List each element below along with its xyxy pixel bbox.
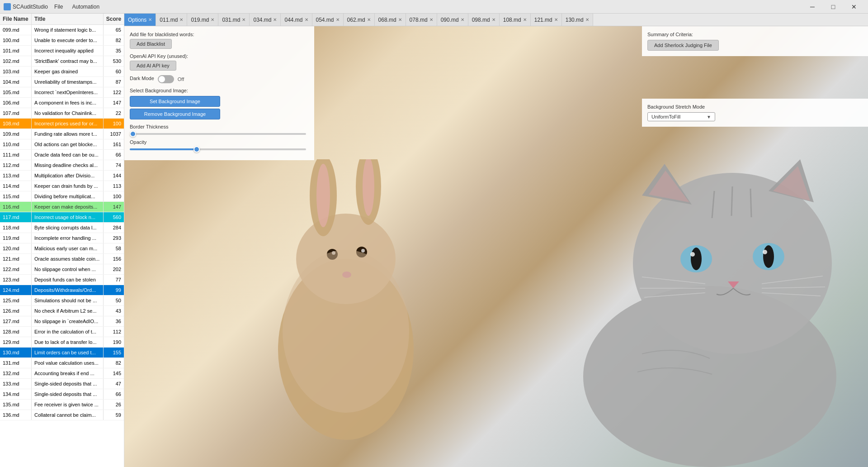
file-row[interactable]: 115.mdDividing before multiplicat...100 <box>0 191 124 202</box>
file-title-cell: Accounting breaks if end ... <box>32 368 104 378</box>
tab-011[interactable]: 011.md✕ <box>156 14 187 26</box>
tab-label: 044.md <box>284 17 302 23</box>
tab-close-button[interactable]: ✕ <box>429 17 433 22</box>
tab-108[interactable]: 108.md✕ <box>500 14 531 26</box>
remove-background-button[interactable]: Remove Background Image <box>130 109 220 119</box>
tab-019[interactable]: 019.md✕ <box>187 14 218 26</box>
tab-close-button[interactable]: ✕ <box>179 17 183 22</box>
file-row[interactable]: 107.mdNo validation for Chainlink...22 <box>0 108 124 119</box>
header-score: Score <box>104 14 124 24</box>
maximize-button[interactable]: □ <box>823 0 844 14</box>
tab-031[interactable]: 031.md✕ <box>218 14 250 26</box>
file-row[interactable]: 136.mdCollateral cannot be claim...59 <box>0 410 124 420</box>
file-row[interactable]: 120.mdMalicious early user can m...58 <box>0 243 124 254</box>
file-row[interactable]: 118.mdByte slicing corrupts data l...284 <box>0 223 124 233</box>
opacity-slider-track[interactable] <box>130 148 306 150</box>
dark-mode-toggle[interactable] <box>158 75 174 83</box>
border-slider-thumb[interactable] <box>130 131 136 137</box>
set-background-button[interactable]: Set Background Image <box>130 96 220 107</box>
file-row[interactable]: 109.mdFunding rate allows more t...1037 <box>0 129 124 139</box>
opacity-slider-thumb[interactable] <box>193 146 200 152</box>
close-button[interactable]: ✕ <box>844 0 864 14</box>
file-title-cell: Incomplete error handling ... <box>32 233 104 243</box>
file-row[interactable]: 105.mdIncorrect `nextOpenInteres...122 <box>0 87 124 98</box>
file-score-cell: 113 <box>104 181 124 191</box>
svg-point-24 <box>763 245 774 268</box>
file-row[interactable]: 132.mdAccounting breaks if end ...145 <box>0 368 124 379</box>
tab-close-button[interactable]: ✕ <box>273 17 277 22</box>
file-score-cell: 43 <box>104 306 124 316</box>
border-slider-track[interactable] <box>130 133 306 135</box>
tab-close-button[interactable]: ✕ <box>148 17 152 22</box>
file-row[interactable]: 110.mdOld actions can get blocke...161 <box>0 139 124 150</box>
tab-close-button[interactable]: ✕ <box>398 17 402 22</box>
file-row[interactable]: 125.mdSimulations should not be ...50 <box>0 295 124 306</box>
add-blacklist-button[interactable]: Add Blacklist <box>130 39 172 49</box>
tab-close-button[interactable]: ✕ <box>211 17 214 22</box>
file-title-cell: Deposits/Withdrawals/Ord... <box>32 285 104 295</box>
add-ai-api-button[interactable]: Add AI API key <box>130 61 176 71</box>
menu-automation[interactable]: Automation <box>67 2 104 12</box>
tab-054[interactable]: 054.md✕ <box>312 14 344 26</box>
file-row[interactable]: 128.mdError in the calculation of t...11… <box>0 327 124 337</box>
file-row[interactable]: 134.mdSingle-sided deposits that ...66 <box>0 389 124 400</box>
file-row[interactable]: 122.mdNo slippage control when ...202 <box>0 264 124 275</box>
tab-close-button[interactable]: ✕ <box>305 17 308 22</box>
tab-130[interactable]: 130.md✕ <box>562 14 593 26</box>
summary-panel: Summary of Criteria: Add Sherlock Judgin… <box>642 26 868 56</box>
file-row[interactable]: 104.mdUnreliability of timestamps...87 <box>0 77 124 87</box>
tab-121[interactable]: 121.md✕ <box>531 14 562 26</box>
tab-044[interactable]: 044.md✕ <box>281 14 312 26</box>
file-row[interactable]: 124.mdDeposits/Withdrawals/Ord...99 <box>0 285 124 295</box>
file-row[interactable]: 129.mdDue to lack of a transfer lo...190 <box>0 337 124 348</box>
file-row[interactable]: 106.mdA component in fees is inc...147 <box>0 98 124 108</box>
minimize-button[interactable]: ─ <box>802 0 823 14</box>
menu-file[interactable]: File <box>50 2 67 12</box>
add-sherlock-button[interactable]: Add Sherlock Judging File <box>647 40 719 51</box>
tab-062[interactable]: 062.md✕ <box>344 14 375 26</box>
stretch-mode-select[interactable]: UniformToFill ▼ <box>647 112 715 121</box>
file-row[interactable]: 099.mdWrong if statement logic b...65 <box>0 25 124 35</box>
file-row[interactable]: 108.mdIncorrect prices used for or...100 <box>0 119 124 129</box>
file-row[interactable]: 130.mdLimit orders can be used t...155 <box>0 348 124 358</box>
tab-close-button[interactable]: ✕ <box>585 17 589 22</box>
tab-098[interactable]: 098.md✕ <box>468 14 500 26</box>
file-row[interactable]: 113.mdMultiplication after Divisio...144 <box>0 171 124 181</box>
file-row[interactable]: 135.mdFee receiver is given twice ...26 <box>0 400 124 410</box>
file-row[interactable]: 127.mdNo slippage in `createAdIO...36 <box>0 316 124 327</box>
file-list-body[interactable]: 099.mdWrong if statement logic b...65100… <box>0 25 124 467</box>
file-title-cell: No validation for Chainlink... <box>32 108 104 118</box>
tab-close-button[interactable]: ✕ <box>242 17 245 22</box>
file-row[interactable]: 123.mdDeposit funds can be stolen77 <box>0 275 124 285</box>
file-row[interactable]: 131.mdPool value calculation uses...82 <box>0 358 124 368</box>
tab-close-button[interactable]: ✕ <box>523 17 527 22</box>
tab-close-button[interactable]: ✕ <box>461 17 464 22</box>
tab-034[interactable]: 034.md✕ <box>250 14 281 26</box>
file-row[interactable]: 100.mdUnable to execute order to...82 <box>0 35 124 46</box>
file-row[interactable]: 116.mdKeeper can make deposits...147 <box>0 202 124 212</box>
file-row[interactable]: 103.mdKeeper gas drained60 <box>0 67 124 77</box>
tab-close-button[interactable]: ✕ <box>492 17 495 22</box>
tab-close-button[interactable]: ✕ <box>367 17 371 22</box>
file-row[interactable]: 102.md'StrictBank' contract may b...530 <box>0 56 124 67</box>
file-row[interactable]: 119.mdIncomplete error handling ...293 <box>0 233 124 243</box>
file-row[interactable]: 121.mdOracle assumes stable coin...156 <box>0 254 124 264</box>
file-row[interactable]: 126.mdNo check if Arbitrum L2 se...43 <box>0 306 124 316</box>
file-row[interactable]: 112.mdMissing deadline checks al...74 <box>0 160 124 171</box>
file-name-cell: 135.md <box>0 400 32 410</box>
file-row[interactable]: 101.mdIncorrect inequality applied35 <box>0 46 124 56</box>
tab-options[interactable]: Options✕ <box>124 14 156 26</box>
file-row[interactable]: 114.mdKeeper can drain funds by ...113 <box>0 181 124 191</box>
opacity-label: Opacity <box>130 139 309 145</box>
file-row[interactable]: 111.mdOracle data feed can be ou...66 <box>0 150 124 160</box>
file-title-cell: Fee receiver is given twice ... <box>32 400 104 410</box>
tab-078[interactable]: 078.md✕ <box>406 14 437 26</box>
tab-068[interactable]: 068.md✕ <box>375 14 406 26</box>
tab-close-button[interactable]: ✕ <box>336 17 340 22</box>
dark-mode-label: Dark Mode <box>130 76 154 81</box>
tab-close-button[interactable]: ✕ <box>554 17 558 22</box>
file-row[interactable]: 133.mdSingle-sided deposits that ...47 <box>0 379 124 389</box>
file-row[interactable]: 117.mdIncorrect usage of block n...560 <box>0 212 124 223</box>
tab-090[interactable]: 090.md✕ <box>437 14 468 26</box>
tab-label: 062.md <box>347 17 365 23</box>
